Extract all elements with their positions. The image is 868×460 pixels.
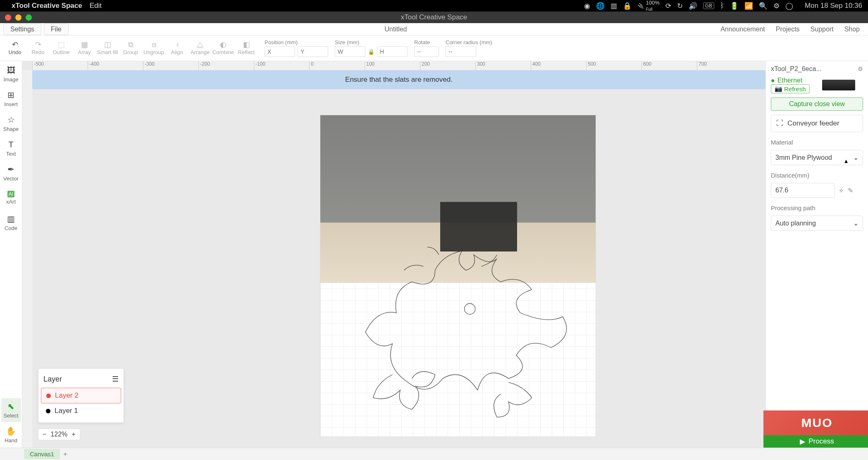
window-minimize-button[interactable] — [15, 14, 21, 21]
pos-y-input[interactable] — [298, 46, 328, 57]
add-canvas-button[interactable]: + — [63, 451, 67, 458]
redo-button[interactable]: ↷Redo — [26, 37, 50, 60]
device-settings-icon[interactable]: ⚙ — [858, 66, 863, 72]
size-h-input[interactable] — [377, 46, 408, 57]
sync-icon[interactable]: ⟳ — [665, 2, 671, 10]
chevron-down-icon: ⌄ — [853, 154, 858, 161]
reflect-icon: ◧ — [243, 41, 250, 48]
projects-link[interactable]: Projects — [776, 26, 800, 33]
align-button[interactable]: ⫞Align — [165, 37, 188, 60]
layer-panel-title: Layer — [43, 375, 62, 384]
announcement-link[interactable]: Announcement — [720, 26, 765, 33]
code-tool[interactable]: ▥Code — [1, 211, 21, 235]
artboard[interactable] — [320, 115, 596, 437]
menubar-app-name[interactable]: xTool Creative Space — [12, 2, 82, 10]
refresh-icon[interactable]: ↻ — [677, 2, 683, 10]
outline-button[interactable]: ⬚Outline — [50, 37, 73, 60]
refresh-button[interactable]: 📷Refresh — [771, 84, 810, 93]
text-tool[interactable]: TText — [1, 136, 21, 160]
window-zoom-button[interactable] — [26, 14, 32, 21]
zoom-control[interactable]: − 122% + — [38, 429, 80, 440]
record-icon[interactable]: ◉ — [584, 2, 590, 10]
app-header: Settings File Untitled Announcement Proj… — [0, 23, 868, 36]
layer-row-2[interactable]: Layer 2 — [41, 388, 121, 403]
google-drive-icon[interactable]: ▥ — [610, 2, 617, 10]
support-link[interactable]: Support — [811, 26, 834, 33]
lock-aspect-icon[interactable]: 🔒 — [368, 49, 374, 55]
select-icon: ⬉ — [7, 401, 14, 411]
notice-bar: Ensure that the slats are removed. — [32, 70, 765, 89]
pos-x-input[interactable] — [265, 46, 295, 57]
ungroup-button[interactable]: ⧈Ungroup — [142, 37, 165, 60]
wifi-icon[interactable]: 📶 — [744, 2, 753, 10]
hand-tool[interactable]: ✋Hand — [1, 423, 21, 447]
battery-icon[interactable]: 🔋 — [730, 2, 739, 10]
settings-button[interactable]: Settings — [3, 24, 41, 35]
zoom-out-button[interactable]: − — [43, 431, 46, 438]
size-w-input[interactable] — [335, 46, 365, 57]
chevron-down-icon: ⌄ — [853, 219, 858, 227]
shape-tool[interactable]: ☆Shape — [1, 111, 21, 135]
distance-label: Distance(mm) — [771, 172, 863, 179]
file-button[interactable]: File — [44, 24, 69, 35]
edit-icon[interactable]: ✎ — [848, 187, 853, 194]
layer-panel[interactable]: Layer ☰ Layer 2 Layer 1 — [38, 368, 124, 423]
design-artwork[interactable] — [333, 243, 591, 436]
undo-icon: ↶ — [12, 41, 18, 48]
control-center-icon[interactable]: ⚙ — [773, 2, 780, 10]
window-titlebar: xTool Creative Space — [0, 12, 868, 23]
arrange-button[interactable]: ⧋Arrange — [188, 37, 212, 60]
battery-indicator[interactable]: 🔌 100%Full — [637, 0, 659, 12]
autofocus-icon[interactable]: ⟡ — [839, 187, 844, 194]
ungroup-icon: ⧈ — [152, 41, 156, 48]
menubar-edit[interactable]: Edit — [90, 2, 102, 10]
siri-icon[interactable]: ◯ — [785, 2, 793, 10]
canvas-area[interactable]: -500-400 -300-200 -1000 100200 300400 50… — [22, 61, 765, 448]
insert-tool[interactable]: ⊞Insert — [1, 87, 21, 111]
material-select[interactable]: 3mm Pine Plywood ⌄ — [771, 150, 863, 165]
capture-close-view-button[interactable]: Capture close view — [771, 97, 863, 111]
mode-selector[interactable]: ⛶ Conveyor feeder — [771, 115, 863, 132]
array-button[interactable]: ▦Array — [73, 37, 96, 60]
zoom-in-button[interactable]: + — [72, 431, 75, 438]
image-icon: 🖼 — [7, 66, 15, 75]
insert-icon: ⊞ — [7, 90, 14, 100]
zoom-value: 122% — [50, 431, 67, 438]
conveyor-icon: ⛶ — [776, 119, 783, 128]
path-select[interactable]: Auto planning ⌄ — [771, 216, 863, 231]
lock-icon[interactable]: 🔒 — [623, 2, 632, 10]
process-button[interactable]: ▶ Process — [763, 435, 868, 448]
globe-icon[interactable]: 🌐 — [596, 2, 605, 10]
image-tool[interactable]: 🖼Image — [1, 62, 21, 86]
xart-icon: AI — [7, 191, 14, 197]
ruler-vertical — [22, 70, 32, 448]
distance-input[interactable] — [771, 183, 835, 198]
redo-icon: ↷ — [35, 41, 41, 48]
canvas-tab-1[interactable]: Canvas1 — [24, 449, 60, 459]
material-value: 3mm Pine Plywood — [775, 154, 832, 161]
reflect-button[interactable]: ◧Reflect — [235, 37, 258, 60]
document-title[interactable]: Untitled — [71, 26, 721, 33]
window-close-button[interactable] — [5, 14, 11, 21]
mode-value: Conveyor feeder — [787, 119, 839, 128]
input-source[interactable]: GB — [703, 2, 714, 9]
layer-settings-icon[interactable]: ☰ — [112, 375, 119, 384]
xart-tool[interactable]: AIxArt — [1, 186, 21, 210]
vector-tool[interactable]: ✒Vector — [1, 161, 21, 185]
layer-name: Layer 2 — [55, 391, 79, 400]
bluetooth-icon[interactable]: ᛒ — [720, 2, 724, 10]
spotlight-icon[interactable]: 🔍 — [759, 2, 768, 10]
select-tool[interactable]: ⬉Select — [1, 398, 21, 422]
group-button[interactable]: ⧉Group — [119, 37, 142, 60]
shop-link[interactable]: Shop — [844, 26, 860, 33]
device-thumbnail — [822, 80, 855, 90]
undo-button[interactable]: ↶Undo — [3, 37, 26, 60]
rotate-input[interactable] — [414, 46, 439, 57]
corner-input[interactable] — [446, 46, 476, 57]
combine-button[interactable]: ◐Combine — [212, 37, 235, 60]
volume-icon[interactable]: 🔊 — [689, 2, 697, 10]
smartfill-button[interactable]: ◫Smart fill — [96, 37, 119, 60]
device-name[interactable]: xTool_P2_6eca... — [771, 65, 822, 73]
layer-row-1[interactable]: Layer 1 — [41, 403, 121, 418]
canvas-tabs: Canvas1 + — [0, 448, 868, 460]
